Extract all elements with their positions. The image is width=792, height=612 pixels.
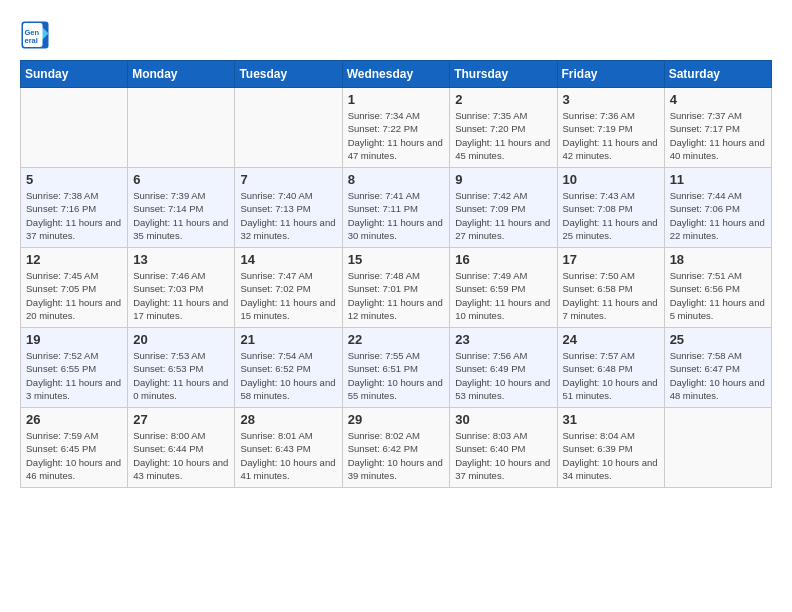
day-info: Sunrise: 7:41 AM Sunset: 7:11 PM Dayligh… <box>348 189 445 242</box>
day-info: Sunrise: 7:50 AM Sunset: 6:58 PM Dayligh… <box>563 269 659 322</box>
week-row-1: 1Sunrise: 7:34 AM Sunset: 7:22 PM Daylig… <box>21 88 772 168</box>
col-header-tuesday: Tuesday <box>235 61 342 88</box>
day-number: 15 <box>348 252 445 267</box>
day-info: Sunrise: 7:40 AM Sunset: 7:13 PM Dayligh… <box>240 189 336 242</box>
day-number: 8 <box>348 172 445 187</box>
calendar-cell: 8Sunrise: 7:41 AM Sunset: 7:11 PM Daylig… <box>342 168 450 248</box>
day-info: Sunrise: 7:34 AM Sunset: 7:22 PM Dayligh… <box>348 109 445 162</box>
calendar-cell: 31Sunrise: 8:04 AM Sunset: 6:39 PM Dayli… <box>557 408 664 488</box>
week-row-3: 12Sunrise: 7:45 AM Sunset: 7:05 PM Dayli… <box>21 248 772 328</box>
calendar-cell: 1Sunrise: 7:34 AM Sunset: 7:22 PM Daylig… <box>342 88 450 168</box>
calendar-cell: 11Sunrise: 7:44 AM Sunset: 7:06 PM Dayli… <box>664 168 771 248</box>
day-number: 4 <box>670 92 766 107</box>
calendar-cell: 5Sunrise: 7:38 AM Sunset: 7:16 PM Daylig… <box>21 168 128 248</box>
calendar-cell: 3Sunrise: 7:36 AM Sunset: 7:19 PM Daylig… <box>557 88 664 168</box>
day-number: 11 <box>670 172 766 187</box>
day-number: 2 <box>455 92 551 107</box>
calendar-cell: 24Sunrise: 7:57 AM Sunset: 6:48 PM Dayli… <box>557 328 664 408</box>
day-info: Sunrise: 7:46 AM Sunset: 7:03 PM Dayligh… <box>133 269 229 322</box>
calendar-cell <box>664 408 771 488</box>
day-info: Sunrise: 7:49 AM Sunset: 6:59 PM Dayligh… <box>455 269 551 322</box>
calendar-cell: 4Sunrise: 7:37 AM Sunset: 7:17 PM Daylig… <box>664 88 771 168</box>
col-header-wednesday: Wednesday <box>342 61 450 88</box>
week-row-4: 19Sunrise: 7:52 AM Sunset: 6:55 PM Dayli… <box>21 328 772 408</box>
day-number: 24 <box>563 332 659 347</box>
day-info: Sunrise: 7:59 AM Sunset: 6:45 PM Dayligh… <box>26 429 122 482</box>
day-number: 7 <box>240 172 336 187</box>
day-number: 14 <box>240 252 336 267</box>
day-number: 28 <box>240 412 336 427</box>
calendar-cell: 21Sunrise: 7:54 AM Sunset: 6:52 PM Dayli… <box>235 328 342 408</box>
col-header-sunday: Sunday <box>21 61 128 88</box>
week-row-5: 26Sunrise: 7:59 AM Sunset: 6:45 PM Dayli… <box>21 408 772 488</box>
day-number: 3 <box>563 92 659 107</box>
day-info: Sunrise: 7:58 AM Sunset: 6:47 PM Dayligh… <box>670 349 766 402</box>
week-row-2: 5Sunrise: 7:38 AM Sunset: 7:16 PM Daylig… <box>21 168 772 248</box>
calendar-table: SundayMondayTuesdayWednesdayThursdayFrid… <box>20 60 772 488</box>
day-number: 17 <box>563 252 659 267</box>
day-number: 23 <box>455 332 551 347</box>
day-info: Sunrise: 7:42 AM Sunset: 7:09 PM Dayligh… <box>455 189 551 242</box>
calendar-cell: 10Sunrise: 7:43 AM Sunset: 7:08 PM Dayli… <box>557 168 664 248</box>
day-number: 25 <box>670 332 766 347</box>
day-info: Sunrise: 7:35 AM Sunset: 7:20 PM Dayligh… <box>455 109 551 162</box>
day-number: 9 <box>455 172 551 187</box>
calendar-cell: 7Sunrise: 7:40 AM Sunset: 7:13 PM Daylig… <box>235 168 342 248</box>
calendar-cell: 2Sunrise: 7:35 AM Sunset: 7:20 PM Daylig… <box>450 88 557 168</box>
calendar-cell: 23Sunrise: 7:56 AM Sunset: 6:49 PM Dayli… <box>450 328 557 408</box>
day-info: Sunrise: 8:03 AM Sunset: 6:40 PM Dayligh… <box>455 429 551 482</box>
col-header-friday: Friday <box>557 61 664 88</box>
calendar-cell: 25Sunrise: 7:58 AM Sunset: 6:47 PM Dayli… <box>664 328 771 408</box>
day-info: Sunrise: 7:52 AM Sunset: 6:55 PM Dayligh… <box>26 349 122 402</box>
calendar-cell: 28Sunrise: 8:01 AM Sunset: 6:43 PM Dayli… <box>235 408 342 488</box>
svg-text:eral: eral <box>25 36 38 45</box>
day-number: 6 <box>133 172 229 187</box>
day-info: Sunrise: 8:04 AM Sunset: 6:39 PM Dayligh… <box>563 429 659 482</box>
day-info: Sunrise: 8:02 AM Sunset: 6:42 PM Dayligh… <box>348 429 445 482</box>
day-info: Sunrise: 7:39 AM Sunset: 7:14 PM Dayligh… <box>133 189 229 242</box>
col-header-monday: Monday <box>128 61 235 88</box>
day-info: Sunrise: 7:48 AM Sunset: 7:01 PM Dayligh… <box>348 269 445 322</box>
logo-icon: Gen eral <box>20 20 50 50</box>
calendar-cell: 13Sunrise: 7:46 AM Sunset: 7:03 PM Dayli… <box>128 248 235 328</box>
calendar-cell: 6Sunrise: 7:39 AM Sunset: 7:14 PM Daylig… <box>128 168 235 248</box>
day-number: 20 <box>133 332 229 347</box>
day-info: Sunrise: 7:54 AM Sunset: 6:52 PM Dayligh… <box>240 349 336 402</box>
day-info: Sunrise: 7:38 AM Sunset: 7:16 PM Dayligh… <box>26 189 122 242</box>
calendar-cell: 29Sunrise: 8:02 AM Sunset: 6:42 PM Dayli… <box>342 408 450 488</box>
calendar-cell: 22Sunrise: 7:55 AM Sunset: 6:51 PM Dayli… <box>342 328 450 408</box>
calendar-cell: 16Sunrise: 7:49 AM Sunset: 6:59 PM Dayli… <box>450 248 557 328</box>
day-number: 26 <box>26 412 122 427</box>
day-info: Sunrise: 7:43 AM Sunset: 7:08 PM Dayligh… <box>563 189 659 242</box>
calendar-cell: 12Sunrise: 7:45 AM Sunset: 7:05 PM Dayli… <box>21 248 128 328</box>
day-info: Sunrise: 7:37 AM Sunset: 7:17 PM Dayligh… <box>670 109 766 162</box>
calendar-cell: 14Sunrise: 7:47 AM Sunset: 7:02 PM Dayli… <box>235 248 342 328</box>
calendar-cell: 18Sunrise: 7:51 AM Sunset: 6:56 PM Dayli… <box>664 248 771 328</box>
day-info: Sunrise: 7:55 AM Sunset: 6:51 PM Dayligh… <box>348 349 445 402</box>
calendar-cell: 20Sunrise: 7:53 AM Sunset: 6:53 PM Dayli… <box>128 328 235 408</box>
day-info: Sunrise: 8:01 AM Sunset: 6:43 PM Dayligh… <box>240 429 336 482</box>
day-number: 13 <box>133 252 229 267</box>
day-info: Sunrise: 8:00 AM Sunset: 6:44 PM Dayligh… <box>133 429 229 482</box>
calendar-header-row: SundayMondayTuesdayWednesdayThursdayFrid… <box>21 61 772 88</box>
day-number: 31 <box>563 412 659 427</box>
col-header-thursday: Thursday <box>450 61 557 88</box>
day-number: 19 <box>26 332 122 347</box>
day-info: Sunrise: 7:45 AM Sunset: 7:05 PM Dayligh… <box>26 269 122 322</box>
day-number: 30 <box>455 412 551 427</box>
calendar-cell <box>128 88 235 168</box>
calendar-cell: 27Sunrise: 8:00 AM Sunset: 6:44 PM Dayli… <box>128 408 235 488</box>
day-number: 21 <box>240 332 336 347</box>
day-info: Sunrise: 7:47 AM Sunset: 7:02 PM Dayligh… <box>240 269 336 322</box>
day-number: 12 <box>26 252 122 267</box>
calendar-cell: 26Sunrise: 7:59 AM Sunset: 6:45 PM Dayli… <box>21 408 128 488</box>
col-header-saturday: Saturday <box>664 61 771 88</box>
calendar-cell: 19Sunrise: 7:52 AM Sunset: 6:55 PM Dayli… <box>21 328 128 408</box>
day-number: 10 <box>563 172 659 187</box>
day-info: Sunrise: 7:57 AM Sunset: 6:48 PM Dayligh… <box>563 349 659 402</box>
day-number: 29 <box>348 412 445 427</box>
day-number: 1 <box>348 92 445 107</box>
day-number: 18 <box>670 252 766 267</box>
day-number: 27 <box>133 412 229 427</box>
day-info: Sunrise: 7:44 AM Sunset: 7:06 PM Dayligh… <box>670 189 766 242</box>
